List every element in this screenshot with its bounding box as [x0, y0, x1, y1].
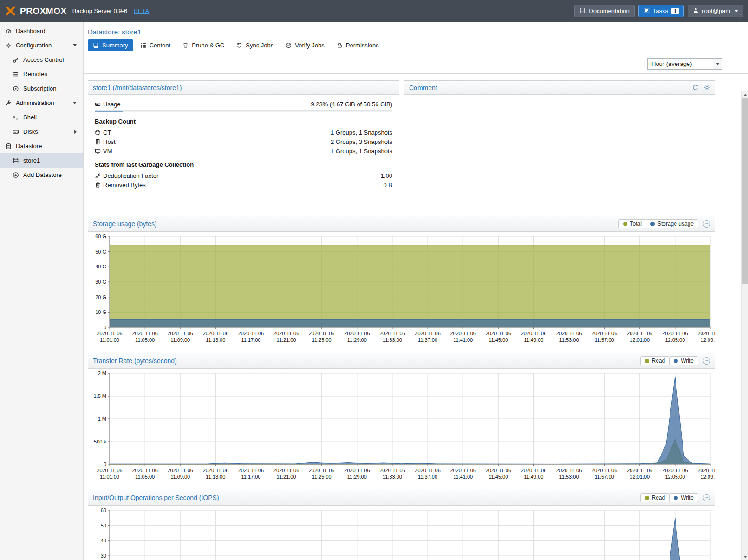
database-icon: [12, 157, 20, 164]
svg-text:11:57:00: 11:57:00: [595, 337, 614, 343]
tab-prune-gc[interactable]: Prune & GC: [177, 39, 229, 51]
row-value: 1.00: [381, 172, 392, 179]
svg-text:2 M: 2 M: [98, 371, 106, 376]
chevron-right-icon[interactable]: [74, 130, 77, 134]
refresh-icon[interactable]: [692, 84, 699, 91]
documentation-button[interactable]: Documentation: [574, 5, 634, 17]
legend-read[interactable]: Read: [640, 356, 670, 365]
legend-read[interactable]: Read: [640, 493, 670, 502]
svg-text:30: 30: [101, 553, 106, 559]
tab-label: Content: [150, 42, 171, 49]
sidebar-item-label: Access Control: [23, 56, 64, 63]
svg-text:2020-11-06: 2020-11-06: [627, 331, 652, 336]
svg-text:11:17:00: 11:17:00: [241, 337, 260, 343]
combo-trigger[interactable]: [713, 59, 722, 69]
svg-text:2020-11-06: 2020-11-06: [379, 468, 405, 473]
svg-text:40: 40: [101, 538, 106, 543]
svg-text:2020-11-06: 2020-11-06: [273, 468, 299, 473]
panel-title: Storage usage (bytes): [93, 220, 157, 228]
collapse-panel-icon[interactable]: [703, 494, 710, 501]
legend-write[interactable]: Write: [669, 356, 698, 365]
tab-bar: SummaryContentPrune & GCSync JobsVerify …: [84, 39, 748, 54]
vertical-scrollbar[interactable]: [741, 91, 748, 560]
svg-text:2020-11-06: 2020-11-06: [556, 468, 582, 473]
page-title: Datastore: store1: [84, 22, 748, 39]
svg-text:11:05:00: 11:05:00: [135, 337, 155, 343]
chevron-down-icon[interactable]: [73, 102, 77, 104]
sidebar-item-dashboard[interactable]: Dashboard: [0, 24, 83, 38]
svg-text:11:53:00: 11:53:00: [559, 337, 579, 343]
usage-row: Usage 9.23% (4.67 GiB of 50.56 GiB): [95, 99, 392, 109]
collapse-panel-icon[interactable]: [703, 220, 710, 228]
svg-text:2020-11-06: 2020-11-06: [132, 468, 157, 473]
svg-text:2020-11-06: 2020-11-06: [344, 468, 370, 473]
svg-text:11:49:00: 11:49:00: [524, 337, 543, 343]
tab-verify-jobs[interactable]: Verify Jobs: [280, 39, 330, 51]
sidebar-item-add-datastore[interactable]: Add Datastore: [0, 168, 83, 182]
legend-color-dot: [674, 359, 678, 363]
svg-text:30 G: 30 G: [95, 279, 106, 285]
gear-icon[interactable]: [703, 84, 710, 91]
svg-text:12:05:00: 12:05:00: [665, 474, 685, 480]
svg-text:12:01:00: 12:01:00: [630, 337, 650, 343]
legend-write[interactable]: Write: [669, 493, 698, 502]
sidebar-item-label: Add Datastore: [23, 171, 62, 178]
svg-text:11:13:00: 11:13:00: [206, 337, 225, 343]
sidebar-item-remotes[interactable]: Remotes: [0, 67, 83, 81]
legend-storage-usage[interactable]: Storage usage: [646, 219, 698, 228]
legend-total[interactable]: Total: [618, 219, 646, 228]
tasks-count-badge: 1: [671, 8, 679, 14]
gc-stat-row-deduplication-factor: Deduplication Factor1.00: [95, 171, 392, 180]
svg-text:2020-11-06: 2020-11-06: [168, 468, 193, 473]
scrollbar-thumb[interactable]: [742, 98, 748, 284]
panel-title: Input/Output Operations per Second (IOPS…: [93, 494, 219, 501]
svg-text:11:45:00: 11:45:00: [488, 337, 508, 343]
sidebar-item-store1[interactable]: store1: [0, 153, 83, 168]
timeframe-select[interactable]: Hour (average): [647, 58, 722, 70]
sidebar-item-access-control[interactable]: Access Control: [0, 52, 83, 67]
beta-link[interactable]: BETA: [134, 7, 149, 14]
tab-sync-jobs[interactable]: Sync Jobs: [231, 39, 279, 51]
transfer-rate-chart-panel: Transfer Rate (bytes/second) ReadWrite 0…: [88, 353, 715, 484]
backup-count-row-vm: VM1 Groups, 1 Snapshots: [95, 146, 392, 156]
sidebar-item-datastore[interactable]: Datastore: [0, 139, 83, 153]
sidebar-item-label: Datastore: [16, 143, 42, 150]
iops-chart: 01020304050602020-11-0611:01:002020-11-0…: [88, 506, 715, 560]
database-icon: [5, 143, 12, 150]
svg-text:2020-11-06: 2020-11-06: [238, 468, 264, 473]
sidebar-item-subscription[interactable]: Subscription: [0, 81, 83, 96]
sidebar-item-administration[interactable]: Administration: [0, 96, 83, 110]
comment-body[interactable]: [404, 95, 715, 210]
row-label: Host: [103, 138, 116, 145]
user-menu-button[interactable]: root@pam: [688, 5, 743, 17]
svg-text:11:41:00: 11:41:00: [453, 337, 473, 343]
chart-legend: ReadWrite: [640, 356, 698, 365]
tasks-label: Tasks: [653, 7, 668, 14]
svg-text:0: 0: [104, 325, 106, 330]
storage-usage-chart: 010 G20 G30 G40 G50 G60 G2020-11-0611:01…: [88, 232, 715, 347]
tab-label: Verify Jobs: [295, 42, 325, 49]
scroll-down-icon[interactable]: [742, 553, 748, 560]
tasks-icon: [644, 7, 650, 15]
tab-permissions[interactable]: Permissions: [332, 39, 384, 51]
tab-summary[interactable]: Summary: [88, 39, 133, 51]
tasks-button[interactable]: Tasks 1: [638, 5, 684, 17]
tab-content[interactable]: Content: [135, 39, 176, 51]
sidebar-item-configuration[interactable]: Configuration: [0, 38, 83, 52]
svg-text:11:53:00: 11:53:00: [559, 474, 579, 480]
chevron-down-icon[interactable]: [73, 44, 77, 46]
usage-value: 9.23% (4.67 GiB of 50.56 GiB): [311, 101, 392, 108]
row-value: 2 Groups, 3 Snapshots: [331, 138, 392, 145]
sidebar-item-disks[interactable]: Disks: [0, 124, 83, 139]
ticket-icon: [12, 85, 20, 92]
compress-icon: [95, 173, 103, 179]
key-icon: [12, 57, 20, 63]
collapse-panel-icon[interactable]: [703, 357, 710, 365]
sidebar-item-shell[interactable]: Shell: [0, 110, 83, 124]
svg-text:2020-11-06: 2020-11-06: [309, 468, 334, 473]
row-label: Removed Bytes: [103, 182, 146, 189]
book-icon: [579, 7, 585, 15]
lock-icon: [337, 42, 343, 48]
scroll-up-icon[interactable]: [742, 91, 748, 98]
documentation-label: Documentation: [589, 7, 629, 14]
